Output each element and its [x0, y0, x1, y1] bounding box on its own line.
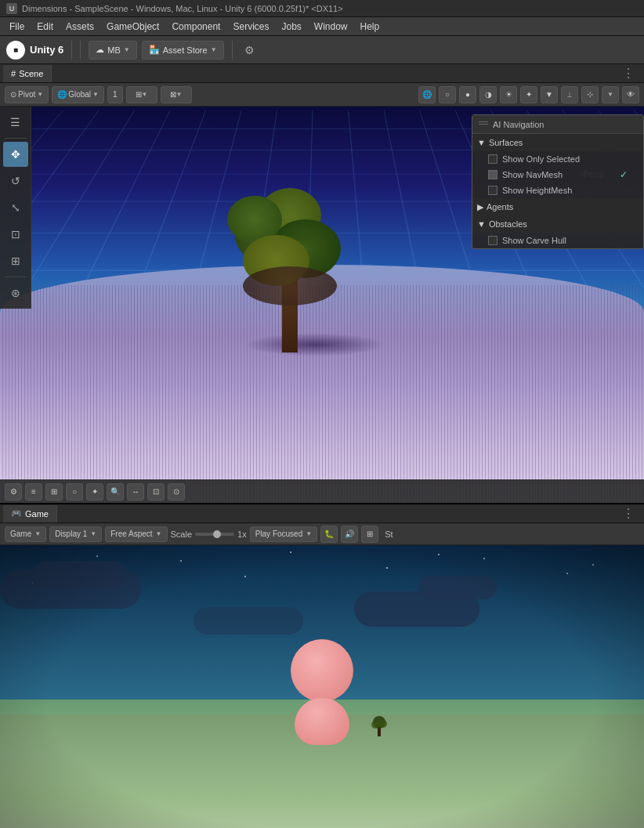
- obstacles-arrow: ▼: [477, 219, 486, 229]
- grid-snap-btn[interactable]: ⊞ ▼: [126, 86, 157, 103]
- settings-button[interactable]: ⚙: [241, 41, 259, 60]
- toolbar-render-btn[interactable]: ○: [66, 483, 83, 501]
- grid-snap-icon: ⊞: [136, 90, 142, 99]
- debug-btn[interactable]: 🐛: [320, 526, 338, 543]
- fx-btn[interactable]: ✦: [520, 86, 537, 103]
- menu-services[interactable]: Services: [226, 20, 275, 34]
- shading-circle-btn[interactable]: ●: [459, 86, 476, 103]
- display-dropdown[interactable]: Display 1 ▼: [49, 526, 102, 542]
- pivot-dropdown[interactable]: ⊙ Pivot ▼: [5, 86, 49, 103]
- game-panel: 🎮 Game ⋮ Game ▼ Display 1 ▼ Free Aspect …: [0, 503, 644, 828]
- tool-sep-2: [5, 277, 27, 277]
- aspect-dropdown[interactable]: Free Aspect ▼: [105, 526, 167, 542]
- svg-point-13: [371, 721, 379, 729]
- nav-row-show-heightmesh: Show HeightMesh: [472, 183, 643, 198]
- unity-logo: ■: [6, 41, 25, 60]
- nav-section-surfaces[interactable]: ▼ Surfaces: [472, 134, 643, 151]
- shading-sphere-btn[interactable]: ○: [439, 86, 456, 103]
- game-tab-label: Game: [25, 509, 49, 519]
- mb-button[interactable]: ☁ MB ▼: [89, 41, 136, 60]
- grid-snap-chevron: ▼: [142, 91, 148, 98]
- snap-btn[interactable]: ⊠ ▼: [161, 86, 192, 103]
- show-only-selected-checkbox[interactable]: [488, 154, 497, 164]
- tool-move[interactable]: ✥: [3, 142, 28, 167]
- nav-section-obstacles[interactable]: ▼ Obstacles: [472, 215, 643, 233]
- iso-btn[interactable]: ⟂: [561, 86, 578, 103]
- tab-scene[interactable]: # Scene: [3, 65, 52, 82]
- aspect-label: Free Aspect: [110, 530, 152, 538]
- tab-game[interactable]: 🎮 Game: [3, 505, 57, 522]
- show-carve-checkbox[interactable]: [488, 236, 497, 245]
- layers-btn[interactable]: ⊹: [581, 86, 599, 103]
- star-4: [386, 567, 388, 569]
- snap-chevron: ▼: [176, 91, 183, 98]
- scale-slider-handle[interactable]: [213, 530, 221, 538]
- tool-rect[interactable]: ⊡: [3, 222, 28, 247]
- unity-version-label: Unity 6: [30, 44, 63, 56]
- scale-value: 1x: [237, 530, 247, 539]
- audio-btn[interactable]: 🔊: [341, 526, 358, 543]
- shading-half-btn[interactable]: ◑: [479, 86, 497, 103]
- toolbar-layers-btn[interactable]: ≡: [25, 483, 42, 501]
- toolbar-effects-btn[interactable]: ✦: [86, 483, 103, 501]
- tool-rotate[interactable]: ↺: [3, 168, 28, 193]
- number-dropdown[interactable]: 1: [107, 86, 123, 103]
- play-focused-dropdown[interactable]: Play Focused ▼: [250, 526, 318, 542]
- menu-gameobject[interactable]: GameObject: [100, 20, 165, 34]
- toolbar-circle-btn[interactable]: ⊙: [168, 483, 185, 501]
- global-dropdown[interactable]: 🌐 Global ▼: [52, 86, 104, 103]
- unity-brand: ■ Unity 6: [6, 41, 72, 60]
- player-head: [291, 639, 353, 702]
- store-icon: 🏪: [149, 45, 160, 55]
- menu-file[interactable]: File: [3, 20, 31, 34]
- play-focused-label: Play Focused: [255, 530, 303, 538]
- tool-transform[interactable]: ⊞: [3, 248, 28, 273]
- toolbar-grid-btn[interactable]: ⊞: [45, 483, 63, 501]
- menu-help[interactable]: Help: [354, 20, 386, 34]
- tool-scale[interactable]: ⤡: [3, 195, 28, 220]
- stats-btn[interactable]: ⊞: [361, 526, 378, 543]
- game-tab-more[interactable]: ⋮: [616, 506, 641, 521]
- scale-text-label: Scale: [171, 530, 193, 539]
- toolbar-snap-btn[interactable]: ⊡: [147, 483, 165, 501]
- display-chevron: ▼: [90, 530, 96, 537]
- eye-btn[interactable]: 👁: [622, 86, 639, 103]
- menu-window[interactable]: Window: [308, 20, 354, 34]
- player-body: [295, 698, 349, 745]
- asset-store-button[interactable]: 🏪 Asset Store ▼: [142, 41, 224, 60]
- scene-tab-more[interactable]: ⋮: [616, 66, 641, 81]
- overlay-btn[interactable]: ▼: [541, 86, 558, 103]
- menu-edit[interactable]: Edit: [31, 20, 60, 34]
- layers-chevron-btn[interactable]: ▼: [602, 86, 619, 103]
- show-navmesh-checkbox[interactable]: [488, 170, 497, 179]
- tool-custom[interactable]: ⊛: [3, 280, 28, 306]
- cloud-right-2: [418, 576, 497, 599]
- toolbar-move-btn[interactable]: ↔: [127, 483, 144, 501]
- show-navmesh-label: Show NavMesh: [502, 170, 615, 179]
- star-10: [438, 554, 440, 555]
- toolbar-separator-1: [80, 41, 81, 60]
- menu-assets[interactable]: Assets: [60, 20, 100, 34]
- display-label: Display 1: [55, 530, 87, 538]
- star-2: [180, 560, 182, 562]
- drag-handle[interactable]: [479, 121, 488, 128]
- global-chevron: ▼: [92, 91, 99, 98]
- snap-icon: ⊠: [170, 90, 176, 99]
- asset-store-chevron: ▼: [211, 46, 217, 53]
- toolbar-tool-btn[interactable]: ⚙: [5, 483, 22, 501]
- game-mode-dropdown[interactable]: Game ▼: [5, 526, 46, 542]
- scale-slider[interactable]: [195, 533, 234, 536]
- shading-globe-btn[interactable]: 🌐: [418, 86, 436, 103]
- menu-jobs[interactable]: Jobs: [275, 20, 307, 34]
- top-toolbar: ■ Unity 6 ☁ MB ▼ 🏪 Asset Store ▼ ⚙: [0, 36, 644, 64]
- nav-section-agents[interactable]: ▶ Agents: [472, 198, 643, 215]
- show-heightmesh-checkbox[interactable]: [488, 186, 497, 195]
- show-only-selected-label: Show Only Selected: [502, 154, 628, 164]
- game-tab-icon: 🎮: [11, 508, 22, 519]
- player-character: [291, 639, 353, 745]
- star-5: [483, 558, 485, 559]
- tool-hand[interactable]: ☰: [3, 110, 28, 135]
- lighting-btn[interactable]: ☀: [500, 86, 517, 103]
- menu-component[interactable]: Component: [165, 20, 226, 34]
- toolbar-search-btn[interactable]: 🔍: [107, 483, 124, 501]
